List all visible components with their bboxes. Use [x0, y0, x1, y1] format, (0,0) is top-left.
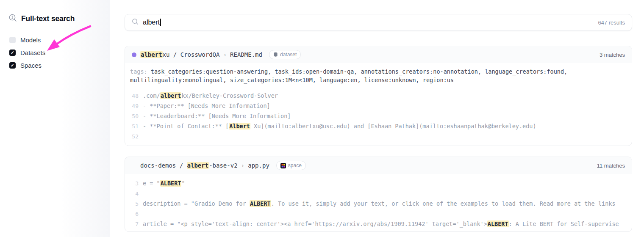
filter-label: Datasets	[20, 49, 45, 56]
code-line: 3e = "ALBERT"	[125, 178, 632, 188]
code-text: - **Leaderboard:** [Needs More Informati…	[143, 113, 291, 119]
code-snippet: 48.com/albertkx/Berkeley-Crossword-Solve…	[125, 84, 632, 141]
code-line: 6	[125, 209, 632, 219]
file-name-link[interactable]: app.py	[248, 162, 269, 169]
spaces-checkbox[interactable]	[9, 62, 16, 69]
code-text: description = "Gradio Demo for ALBERT. T…	[143, 200, 616, 207]
datasets-checkbox[interactable]	[9, 50, 16, 56]
tags-label: tags:	[130, 68, 147, 75]
line-number: 4	[132, 190, 139, 197]
code-line: 51- **Point of Contact:** [Albert Xu](ma…	[125, 121, 632, 131]
code-line: 4	[125, 188, 632, 198]
code-line: 50- **Leaderboard:** [Needs More Informa…	[125, 111, 632, 121]
dataset-icon	[273, 52, 278, 57]
code-line: 49- **Paper:** [Needs More Information]	[125, 101, 632, 111]
chevron-right-icon: ›	[224, 51, 226, 58]
chevron-right-icon: ›	[242, 162, 244, 169]
code-text: .com/albertkx/Berkeley-Crossword-Solver	[143, 92, 278, 99]
file-name-link[interactable]: README.md	[230, 51, 262, 58]
code-line: 5description = "Gradio Demo for ALBERT. …	[125, 198, 632, 209]
sidebar-item-datasets[interactable]: Datasets	[9, 49, 45, 56]
repo-name-link[interactable]: albertxu / CrosswordQA	[140, 51, 219, 58]
models-checkbox[interactable]	[9, 37, 16, 43]
code-text: - **Point of Contact:** [Albert Xu](mail…	[143, 123, 536, 130]
sidebar: Full-text search Models Datasets Spaces	[0, 0, 110, 237]
line-number: 6	[132, 211, 139, 217]
fulltext-search-icon	[8, 14, 17, 24]
badge-label: space	[288, 163, 302, 168]
repo-type-badge: space	[276, 161, 306, 170]
filter-label: Spaces	[20, 62, 42, 69]
code-text: - **Paper:** [Needs More Information]	[143, 102, 270, 109]
line-number: 3	[132, 180, 139, 187]
line-number: 48	[132, 93, 139, 99]
line-number: 51	[132, 123, 139, 130]
code-text: article = "<p style='text-align: center'…	[143, 220, 619, 227]
space-icon	[280, 163, 286, 168]
filter-label: Models	[20, 36, 41, 44]
results-count: 647 results	[598, 19, 625, 26]
tags-text: task_categories:question-answering, task…	[130, 68, 567, 83]
fulltext-search-page: { "colors": { "highlight": "#fbeebb", "a…	[0, 0, 644, 237]
result-header[interactable]: docs-demos / albert-base-v2 › app.py spa…	[125, 157, 632, 174]
badge-label: dataset	[280, 52, 297, 58]
tags-block: tags: task_categories:question-answering…	[125, 63, 632, 84]
line-number: 52	[132, 133, 139, 140]
match-count: 11 matches	[597, 163, 625, 169]
line-number: 5	[132, 201, 139, 207]
line-number: 49	[132, 103, 139, 109]
annotation-arrow-icon	[40, 21, 95, 55]
code-snippet: 3e = "ALBERT"45description = "Gradio Dem…	[125, 174, 632, 229]
sidebar-header: Full-text search	[8, 14, 75, 24]
result-header[interactable]: albertxu / CrosswordQA › README.md datas…	[125, 46, 632, 63]
code-line: 7article = "<p style='text-align: center…	[125, 219, 632, 229]
text-caret	[160, 19, 161, 26]
code-line: 48.com/albertkx/Berkeley-Crossword-Solve…	[125, 91, 632, 101]
line-number: 50	[132, 113, 139, 119]
sidebar-item-spaces[interactable]: Spaces	[9, 62, 45, 69]
search-input[interactable]: albert	[143, 19, 160, 26]
repo-type-badge: dataset	[269, 50, 301, 59]
code-line: 52	[125, 131, 632, 141]
search-icon	[132, 18, 139, 27]
line-number: 7	[132, 221, 139, 227]
repo-name-link[interactable]: docs-demos / albert-base-v2	[140, 162, 238, 169]
search-result-card: albertxu / CrosswordQA › README.md datas…	[125, 46, 632, 146]
filter-list: Models Datasets Spaces	[9, 36, 45, 69]
search-bar[interactable]: albert 647 results	[125, 14, 632, 31]
repo-avatar	[132, 52, 136, 57]
code-text: e = "ALBERT"	[143, 180, 185, 187]
match-count: 3 matches	[600, 52, 625, 58]
sidebar-item-models[interactable]: Models	[9, 36, 45, 44]
page-title: Full-text search	[21, 14, 75, 23]
search-result-card: docs-demos / albert-base-v2 › app.py spa…	[125, 157, 632, 232]
